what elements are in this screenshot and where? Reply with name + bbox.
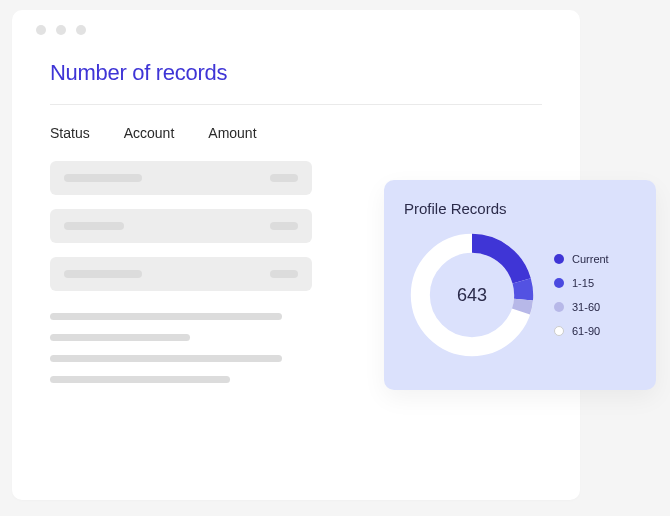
legend-label: Current — [572, 253, 609, 265]
legend-item-current: Current — [554, 253, 609, 265]
legend-swatch — [554, 326, 564, 336]
window-control-maximize[interactable] — [76, 25, 86, 35]
window-control-minimize[interactable] — [56, 25, 66, 35]
legend-swatch — [554, 278, 564, 288]
placeholder-line — [50, 355, 282, 362]
page-title: Number of records — [50, 60, 542, 104]
placeholder-line — [50, 313, 282, 320]
legend-label: 61-90 — [572, 325, 600, 337]
chart-area: 643 Current 1-15 31-60 61-90 — [404, 227, 640, 363]
divider — [50, 104, 542, 105]
placeholder-bar — [270, 174, 298, 182]
profile-records-card: Profile Records 643 Current 1-15 — [384, 180, 656, 390]
legend: Current 1-15 31-60 61-90 — [554, 253, 609, 337]
column-header-account: Account — [124, 125, 175, 141]
donut-center-value: 643 — [457, 285, 487, 306]
legend-swatch — [554, 302, 564, 312]
table-row[interactable] — [50, 161, 312, 195]
placeholder-line — [50, 376, 230, 383]
column-header-status: Status — [50, 125, 90, 141]
table-headers: Status Account Amount — [50, 125, 542, 141]
table-row[interactable] — [50, 257, 312, 291]
placeholder-bar — [64, 270, 142, 278]
legend-label: 31-60 — [572, 301, 600, 313]
legend-label: 1-15 — [572, 277, 594, 289]
window-control-close[interactable] — [36, 25, 46, 35]
legend-swatch — [554, 254, 564, 264]
donut-chart: 643 — [404, 227, 540, 363]
window-titlebar — [12, 10, 580, 50]
table-body — [50, 161, 312, 291]
placeholder-bar — [270, 270, 298, 278]
legend-item-61-90: 61-90 — [554, 325, 609, 337]
placeholder-bar — [64, 222, 124, 230]
placeholder-bar — [64, 174, 142, 182]
placeholder-line — [50, 334, 190, 341]
legend-item-31-60: 31-60 — [554, 301, 609, 313]
profile-records-title: Profile Records — [404, 200, 640, 217]
column-header-amount: Amount — [208, 125, 256, 141]
table-row[interactable] — [50, 209, 312, 243]
legend-item-1-15: 1-15 — [554, 277, 609, 289]
placeholder-bar — [270, 222, 298, 230]
